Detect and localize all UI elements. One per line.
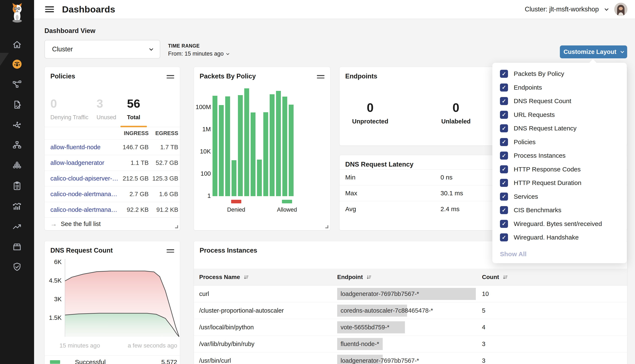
sidebar-item-hosts[interactable] (0, 139, 34, 151)
menu-item-label: Services (514, 193, 538, 200)
checkbox-checked-icon[interactable]: ✓ (500, 192, 508, 200)
menu-item-label: HTTP Response Codes (514, 166, 581, 173)
menu-item-label: DNS Request Latency (514, 125, 577, 132)
menu-item-dns-request-latency[interactable]: ✓DNS Request Latency (500, 122, 627, 135)
sidebar-item-dashboard-active[interactable] (0, 58, 34, 70)
bar (276, 91, 281, 196)
sidebar-item-security[interactable] (0, 261, 34, 272)
dashboard-view-select[interactable]: Cluster (45, 40, 160, 58)
time-range-value[interactable]: From: 15 minutes ago (168, 50, 229, 57)
sidebar-item-trends[interactable] (0, 221, 34, 232)
sidebar-item-policies[interactable] (0, 99, 34, 110)
x-axis-label-start: 15 minutes ago (60, 342, 100, 349)
y-axis-tick: 1 (195, 192, 211, 199)
show-all-link[interactable]: Show All (500, 248, 627, 260)
sidebar-item-clusters[interactable] (0, 160, 34, 171)
calico-cat-logo (7, 2, 27, 23)
checkbox-checked-icon[interactable]: ✓ (500, 124, 508, 132)
legend-label: Allowed (277, 206, 297, 213)
sidebar-item-home[interactable] (0, 39, 34, 50)
checkbox-checked-icon[interactable]: ✓ (500, 152, 508, 160)
avatar-image (614, 3, 627, 16)
chart-legend-row: Successful 5,572 (45, 355, 180, 364)
checkbox-checked-icon[interactable]: ✓ (500, 138, 508, 146)
checkbox-checked-icon[interactable]: ✓ (500, 111, 508, 119)
latency-stat-label: Min (345, 174, 441, 181)
policies-table: INGRESS EGRESS allow-fluentd-node146.7 G… (45, 127, 180, 230)
table-header-row: Process NameEndpointCount (194, 269, 627, 286)
menu-item-wireguard-bytes-sent-received[interactable]: ✓Wireguard. Bytes sent/received (500, 217, 627, 231)
checkbox-checked-icon[interactable]: ✓ (500, 179, 508, 187)
hierarchy-icon (12, 140, 22, 150)
resize-handle[interactable] (325, 225, 328, 228)
column-header-process-name[interactable]: Process Name (199, 274, 337, 280)
column-header-endpoint[interactable]: Endpoint (337, 274, 482, 280)
menu-item-cis-benchmarks[interactable]: ✓CIS Benchmarks (500, 203, 627, 217)
drag-handle-icon[interactable] (167, 75, 174, 80)
customize-layout-button[interactable]: Customize Layout (560, 46, 627, 58)
top-header: Dashboards Cluster: jlt-msft-workshop (34, 0, 635, 19)
table-row: /usr/bin/curlloadgenerator-7697bb7567-*3 (194, 352, 627, 364)
policy-link[interactable]: calico-cloud-apiserver-… (50, 175, 118, 182)
legend-swatch (231, 200, 241, 203)
column-header-count[interactable]: Count (482, 274, 627, 280)
legend-item-allowed: Allowed (277, 200, 297, 213)
bar (289, 105, 294, 196)
user-avatar[interactable] (614, 3, 627, 16)
column-header-egress[interactable]: EGRESS (149, 130, 178, 136)
checkbox-checked-icon[interactable]: ✓ (500, 70, 508, 78)
chevron-down-icon[interactable] (604, 7, 608, 10)
menu-item-url-requests[interactable]: ✓URL Requests (500, 108, 627, 122)
cluster-circles-icon (12, 160, 22, 171)
menu-item-policies[interactable]: ✓Policies (500, 135, 627, 149)
bar (257, 160, 262, 196)
checkbox-checked-icon[interactable]: ✓ (500, 97, 508, 105)
sidebar (0, 0, 34, 364)
egress-value: 91.2 KB (149, 206, 178, 213)
menu-toggle-button[interactable] (45, 5, 54, 14)
table-row: /var/lib/ruby/bin/rubyfluentd-node-*3 (194, 336, 627, 352)
y-axis-tick: 4.5K (46, 277, 62, 284)
package-box-icon (12, 242, 22, 252)
count-cell: 3 (482, 357, 627, 364)
menu-item-packets-by-policy[interactable]: ✓Packets By Policy (500, 67, 627, 81)
sidebar-item-service-graph[interactable] (0, 79, 34, 90)
y-axis-tick: 6K (46, 258, 62, 266)
checkbox-checked-icon[interactable]: ✓ (500, 233, 508, 242)
bars-group (213, 67, 297, 196)
checkbox-checked-icon[interactable]: ✓ (500, 84, 508, 92)
legend-item-denied: Denied (227, 200, 245, 213)
menu-item-endpoints[interactable]: ✓Endpoints (500, 81, 627, 94)
menu-item-label: Wireguard. Handshake (514, 234, 579, 241)
sidebar-item-network[interactable] (0, 119, 34, 130)
menu-item-process-instances[interactable]: ✓Process Instances (500, 149, 627, 162)
checkbox-checked-icon[interactable]: ✓ (500, 165, 508, 173)
menu-item-label: Packets By Policy (514, 70, 564, 77)
menu-item-label: DNS Request Count (514, 98, 571, 105)
ingress-value: 92.2 KB (112, 206, 149, 213)
sidebar-item-compliance[interactable] (0, 180, 34, 192)
menu-item-dns-request-count[interactable]: ✓DNS Request Count (500, 94, 627, 108)
sidebar-item-packages[interactable] (0, 241, 34, 252)
column-header-ingress[interactable]: INGRESS (112, 130, 149, 136)
policy-link[interactable]: calico-node-alertmana… (50, 206, 117, 213)
endpoint-chip: coredns-autoscaler-7c88465478-* (337, 304, 437, 317)
menu-item-services[interactable]: ✓Services (500, 190, 627, 204)
cluster-switcher[interactable]: Cluster: jlt-msft-workshop (525, 6, 599, 13)
latency-stat-value: 30.1 ms (441, 190, 463, 197)
policy-link[interactable]: calico-node-alertmana… (50, 191, 117, 198)
table-row: curlloadgenerator-7697bb7567-*10 (194, 286, 627, 302)
process-name-cell: /var/lib/ruby/bin/ruby (199, 340, 337, 348)
menu-item-http-response-codes[interactable]: ✓HTTP Response Codes (500, 162, 627, 176)
see-full-list-link[interactable]: See the full list (61, 220, 101, 228)
bar (232, 160, 237, 196)
resize-handle[interactable] (175, 225, 178, 228)
policy-link[interactable]: allow-loadgenerator (50, 160, 104, 166)
menu-item-http-request-duration[interactable]: ✓HTTP Request Duration (500, 176, 627, 190)
menu-item-wireguard-handshake[interactable]: ✓Wireguard. Handshake (500, 230, 627, 244)
sidebar-item-statistics[interactable] (0, 200, 34, 212)
ingress-value: 1.1 TB (112, 160, 149, 166)
checkbox-checked-icon[interactable]: ✓ (500, 206, 508, 214)
policy-link[interactable]: allow-fluentd-node (50, 144, 101, 150)
checkbox-checked-icon[interactable]: ✓ (500, 220, 508, 228)
